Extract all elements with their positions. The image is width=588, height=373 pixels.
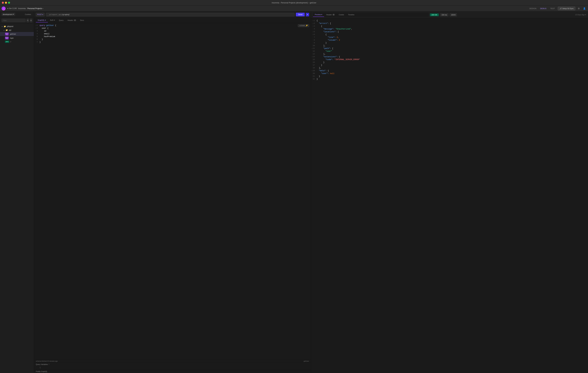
traffic-light-red[interactable] <box>2 2 4 4</box>
app-logo: I <box>1 7 6 11</box>
resp-line-20: 20 "user": null <box>311 72 588 75</box>
sidebar: development ▾ Cookies ⇅ ⚙ ▸ 📁 pilepost ▸… <box>0 11 34 373</box>
header-tabs: DESIGN DEBUG TEST <box>528 7 556 10</box>
request-panel: POST ▾ _.pilepost_api/graphql Send ▾ Gra… <box>34 11 311 373</box>
status-code: 200 OK <box>430 13 439 16</box>
resp-line-8: 8 "column": 2 <box>311 39 588 42</box>
method-chevron: ▾ <box>42 14 43 16</box>
code-line-6: 6 } <box>34 38 311 41</box>
url-prefix: _.pilepost_api <box>47 14 62 16</box>
tab-debug[interactable]: DEBUG <box>539 7 548 10</box>
request-login[interactable]: POST GQL login <box>0 36 34 40</box>
app-header: I ★ Star 21,982 Insomnia / Personal Proj… <box>0 6 588 11</box>
schema-status: schema fetched 22 minutes ago getUser <box>34 360 311 363</box>
tab-test[interactable]: TEST <box>549 7 556 10</box>
tab-preview[interactable]: Preview ▾ <box>313 13 324 17</box>
tab-query[interactable]: Query <box>57 18 65 22</box>
request-editor: schema 🔑 ▾1 query getUser { ▾2 user { 3 … <box>34 23 311 360</box>
tab-docs[interactable]: Docs <box>78 18 86 22</box>
traffic-lights <box>2 2 10 4</box>
environment-selector[interactable]: development ▾ <box>1 13 15 16</box>
resp-line-12: 12 "user" <box>311 50 588 53</box>
folder-icon-visual: 📁 <box>6 29 8 31</box>
window-title: Insomnia - Personal Projects (developmen… <box>272 2 316 4</box>
request-name: / <box>10 41 11 43</box>
title-bar: Insomnia - Personal Projects (developmen… <box>0 0 588 6</box>
response-panel: Preview ▾ Header 8 Cookie Timeline 200 O… <box>311 11 588 373</box>
response-timestamp: 13 Days Ago ▾ <box>575 14 586 16</box>
resp-line-18: 18 ], <box>311 67 588 69</box>
tab-auth[interactable]: Auth ▾ <box>48 18 57 22</box>
tab-response-header[interactable]: Header 8 <box>325 13 337 17</box>
method-label: POST <box>37 14 42 15</box>
filter-area: ⇅ ⚙ <box>0 17 34 24</box>
resp-line-21: 21 } <box>311 75 588 78</box>
request-tab-bar: GraphQL ▾ Auth ▾ Query Header 1 Docs <box>34 18 311 23</box>
git-sync-button[interactable]: ⎇ Setup Git Sync <box>558 7 575 10</box>
filter-options-button[interactable]: ⚙ <box>30 19 32 22</box>
cookies-button[interactable]: Cookies <box>24 13 32 16</box>
resp-line-17: 17 } <box>311 64 588 67</box>
resp-line-5: ▾5 "locations": [ <box>311 31 588 33</box>
filter-sort-button[interactable]: ⇅ <box>27 19 29 22</box>
settings-button[interactable]: ⚙ <box>577 6 581 11</box>
traffic-light-yellow[interactable] <box>5 2 7 4</box>
resp-line-3: ▾3 { <box>311 25 588 28</box>
prettify-button[interactable]: Prettify GraphQL <box>34 370 311 373</box>
size-badge: 159 B <box>450 13 457 16</box>
star-badge[interactable]: ★ Star 21,982 <box>7 8 17 9</box>
url-bar[interactable]: _.pilepost_api/graphql <box>46 13 295 16</box>
resp-line-15: 15 "code": "INTERNAL_SERVER_ERROR" <box>311 58 588 61</box>
code-line-4: 4 email <box>34 33 311 35</box>
method-badge-post-gql: POST GQL <box>5 37 9 39</box>
traffic-light-green[interactable] <box>8 2 10 4</box>
main-content: development ▾ Cookies ⇅ ⚙ ▸ 📁 pilepost ▸… <box>0 11 588 373</box>
request-bottom: schema fetched 22 minutes ago getUser Qu… <box>34 360 311 373</box>
request-root[interactable]: GET / <box>0 40 34 44</box>
tab-header[interactable]: Header 1 <box>66 18 78 22</box>
resp-line-13: 13 ], <box>311 53 588 56</box>
method-badge-post-gql: POST GQL <box>5 33 9 35</box>
send-button[interactable]: Send <box>296 13 304 16</box>
code-line-5: 5 hasPremium <box>34 35 311 38</box>
response-bar: Preview ▾ Header 8 Cookie Timeline 200 O… <box>311 11 588 18</box>
request-name: getUser <box>10 33 16 35</box>
breadcrumb-separator: / <box>26 7 27 10</box>
sidebar-content: ▸ 📁 pilepost ▸ 📁 api POST GQL getUser <box>0 24 34 373</box>
resp-line-6: ▾6 { <box>311 33 588 36</box>
schema-badge[interactable]: schema 🔑 <box>298 24 309 27</box>
tab-timeline[interactable]: Timeline <box>346 13 356 17</box>
code-line-3: 3 id <box>34 30 311 33</box>
breadcrumb-project[interactable]: Personal Projects ▾ <box>28 7 43 10</box>
tab-design[interactable]: DESIGN <box>528 7 538 10</box>
request-name: login <box>10 37 14 39</box>
resp-line-9: 9 } <box>311 42 588 44</box>
account-button[interactable]: 👤 <box>582 6 587 11</box>
tab-graphql[interactable]: GraphQL ▾ <box>36 18 48 22</box>
resp-line-4: 4 "message": "Unauthorized", <box>311 28 588 31</box>
breadcrumb-app: Insomnia <box>18 7 26 10</box>
folder-icon: ▸ <box>4 29 5 31</box>
folder-api[interactable]: ▸ 📁 api <box>0 28 34 32</box>
folder-icon: ▸ <box>2 25 3 28</box>
query-variables-bar[interactable]: Query Variables ? <box>34 363 311 366</box>
query-vars-label: Query Variables <box>36 363 48 365</box>
query-variables-content: 1 <box>34 366 311 370</box>
resp-line-22: 22 } <box>311 78 588 81</box>
resp-line-19: ▾19 "data": { <box>311 69 588 72</box>
resp-line-7: 7 "line": 2, <box>311 36 588 39</box>
collection-pilepost[interactable]: ▸ 📁 pilepost <box>0 25 34 28</box>
send-dropdown[interactable]: ▾ <box>306 13 309 16</box>
code-line-2: ▾2 user { <box>34 27 311 30</box>
tab-cookie[interactable]: Cookie <box>337 13 346 17</box>
filter-input[interactable] <box>1 19 26 22</box>
method-dropdown[interactable]: POST ▾ <box>36 13 45 16</box>
resp-line-11: ▾11 "path": [ <box>311 47 588 50</box>
git-icon: ⎇ <box>559 7 562 10</box>
request-getuser[interactable]: POST GQL getUser <box>0 32 34 36</box>
breadcrumb: Insomnia / Personal Projects ▾ <box>18 7 43 10</box>
resp-line-1: ▾1 { <box>311 20 588 22</box>
sidebar-header: development ▾ Cookies <box>0 11 34 17</box>
code-line-1: ▾1 query getUser { <box>34 24 311 27</box>
collection-label: 📁 <box>4 25 6 28</box>
